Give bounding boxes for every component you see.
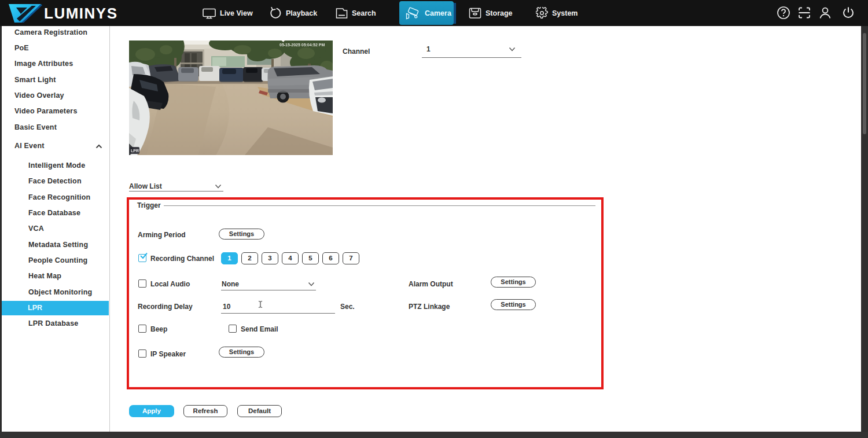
svg-text:05-15-2025 05:04:52 PM: 05-15-2025 05:04:52 PM bbox=[279, 43, 325, 47]
svg-text:LPR: LPR bbox=[131, 149, 139, 153]
